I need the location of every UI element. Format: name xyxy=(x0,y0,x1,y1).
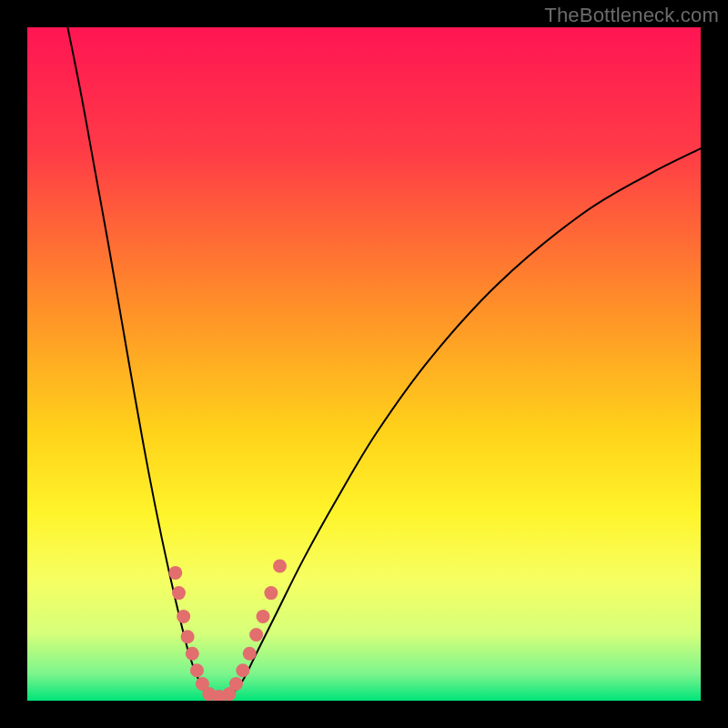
marker-dot xyxy=(177,610,190,623)
marker-dot xyxy=(264,586,278,600)
marker-dot xyxy=(257,610,270,623)
marker-dot xyxy=(186,647,199,661)
marker-dot xyxy=(168,566,182,580)
plot-area xyxy=(27,27,701,701)
marker-dot xyxy=(229,677,243,691)
marker-dot xyxy=(190,663,204,677)
marker-dot xyxy=(172,586,186,600)
chart-frame: TheBottleneck.com xyxy=(0,0,728,728)
marker-dot xyxy=(236,663,249,677)
marker-dot xyxy=(249,628,263,642)
watermark-text: TheBottleneck.com xyxy=(544,4,719,27)
marker-dot xyxy=(243,647,257,661)
marker-dot xyxy=(181,630,195,643)
marker-dot xyxy=(273,560,287,573)
chart-svg xyxy=(27,27,701,701)
